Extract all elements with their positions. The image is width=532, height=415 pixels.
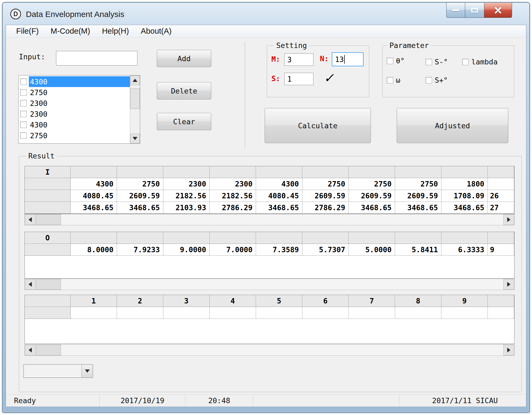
list-item[interactable]: 2750 (19, 130, 130, 141)
grid-column-header: 5 (256, 295, 302, 307)
status-footer: 2017/1/11 SICAU (399, 395, 526, 407)
delete-button[interactable]: Delete (157, 82, 211, 99)
theta-checkbox[interactable] (387, 58, 393, 64)
s-plus-checkbox[interactable] (426, 77, 432, 84)
grid-data-cell: 2182.56 (163, 190, 210, 202)
grid-row-header (25, 202, 71, 214)
scroll-left-button[interactable] (25, 345, 36, 355)
client-area: File(F)M-Code(M)Help(H)About(A) Input: A… (6, 25, 526, 407)
grid-column-header: 3 (163, 295, 210, 307)
list-item-label: 2750 (29, 130, 130, 141)
list-item-label: 2300 (29, 109, 130, 119)
menu-item-help[interactable]: Help(H) (96, 25, 135, 37)
menu-item-mcode[interactable]: M-Code(M) (45, 25, 96, 37)
scroll-thumb[interactable] (36, 279, 61, 290)
list-item-checkbox[interactable] (20, 132, 27, 139)
grid-column-header (302, 232, 349, 244)
grid-data-cell: 4080.45 (71, 190, 117, 202)
maximize-icon (471, 8, 478, 13)
scroll-down-button[interactable] (130, 134, 140, 143)
status-time: 20:48 (185, 395, 253, 407)
scroll-right-button[interactable] (503, 279, 514, 290)
scroll-right-button[interactable] (503, 345, 514, 355)
scroll-left-button[interactable] (25, 214, 36, 225)
input-label: Input: (19, 53, 45, 61)
grid-data-cell: 1708.09 (441, 190, 488, 202)
grid-column-header: 9 (441, 295, 488, 307)
grid-data-cell: 2609.59 (349, 190, 395, 202)
grid-data-cell: 9 (488, 244, 514, 256)
scroll-thumb[interactable] (36, 345, 61, 355)
omega-label: ω (396, 76, 400, 84)
combobox-dropdown-button[interactable] (81, 365, 93, 378)
scroll-left-button[interactable] (25, 279, 36, 290)
adjusted-button[interactable]: Adjusted (397, 108, 508, 143)
grid-data-cell: 2750 (395, 178, 441, 190)
param-s-minus: S-° (426, 58, 448, 66)
title-bar[interactable]: D Data Envelopment Analysis (3, 3, 529, 25)
calculate-button[interactable]: Calculate (265, 108, 371, 143)
grid-column-header (210, 166, 256, 178)
grid-column-header: 8 (395, 295, 441, 307)
clear-button[interactable]: Clear (157, 113, 211, 130)
result-combobox[interactable] (23, 364, 93, 378)
scroll-right-button[interactable] (503, 214, 514, 225)
add-button[interactable]: Add (157, 50, 211, 67)
menu-item-about[interactable]: About(A) (135, 25, 177, 37)
list-item-label: 2300 (29, 98, 130, 109)
s-minus-checkbox[interactable] (426, 59, 432, 65)
list-item[interactable]: 2750 (19, 87, 130, 98)
m-field[interactable]: 3 (284, 53, 313, 66)
input-field[interactable] (56, 51, 137, 65)
grid-data-cell (395, 307, 441, 319)
grid-data-cell (71, 307, 117, 319)
scroll-thumb[interactable] (130, 88, 140, 109)
main-area: Input: Add 430027502300230043002750 Dele… (6, 37, 526, 394)
grid-data-cell (488, 178, 514, 190)
grid-data-cell: 7.9233 (117, 244, 163, 256)
arrow-up-icon (133, 79, 137, 82)
grid-column-header (71, 232, 117, 244)
list-item-checkbox[interactable] (20, 100, 27, 106)
lambda-label: lambda (471, 58, 498, 66)
s-minus-label: S-° (435, 58, 448, 66)
list-item-checkbox[interactable] (20, 111, 27, 117)
s-field-value: 1 (287, 75, 292, 83)
scroll-thumb[interactable] (36, 214, 61, 225)
list-item-checkbox[interactable] (20, 122, 27, 128)
list-item-checkbox[interactable] (20, 89, 27, 96)
s-field[interactable]: 1 (284, 73, 313, 85)
list-item[interactable]: 4300 (19, 119, 130, 130)
index-grid-scrollbar[interactable] (25, 344, 514, 356)
grid-data-cell: 2300 (163, 178, 210, 190)
list-item[interactable]: 2300 (19, 109, 130, 119)
output-grid-scrollbar[interactable] (25, 279, 514, 290)
arrow-left-icon (29, 348, 32, 352)
list-item[interactable]: 4300 (19, 76, 130, 87)
grid-data-cell: 2182.56 (210, 190, 256, 202)
input-grid-scrollbar[interactable] (25, 214, 514, 225)
combobox-value (26, 365, 81, 378)
list-item-label: 4300 (29, 119, 130, 130)
param-lambda: lambda (462, 58, 498, 66)
status-spacer (253, 395, 399, 407)
list-item-checkbox[interactable] (20, 78, 27, 85)
grid-data-cell: 2750 (349, 178, 395, 190)
grid-row-header (25, 244, 71, 256)
close-button[interactable] (484, 3, 512, 18)
grid-column-header (117, 232, 163, 244)
n-field[interactable]: 13 (332, 52, 364, 66)
lambda-checkbox[interactable] (462, 59, 469, 65)
maximize-button[interactable] (465, 3, 484, 18)
grid-column-header: 2 (117, 295, 163, 307)
grid-data-cell: 4300 (71, 178, 117, 190)
grid-data-cell (441, 307, 488, 319)
list-item[interactable]: 2300 (19, 98, 130, 109)
minimize-button[interactable] (446, 3, 465, 18)
scroll-up-button[interactable] (130, 75, 140, 85)
menu-item-file[interactable]: File(F) (10, 25, 45, 37)
input-listbox[interactable]: 430027502300230043002750 (18, 75, 140, 144)
grid-data-cell (302, 307, 349, 319)
omega-checkbox[interactable] (387, 77, 393, 84)
list-scrollbar[interactable] (130, 75, 140, 143)
